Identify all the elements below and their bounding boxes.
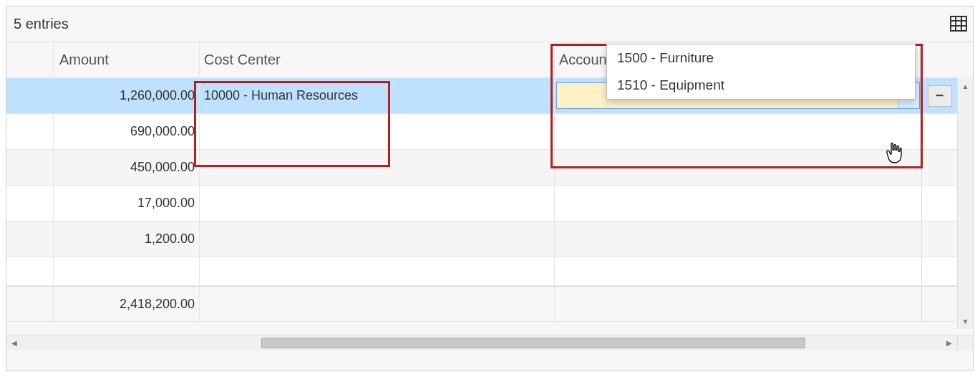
table-row[interactable]: 450,000.00 (6, 150, 957, 186)
footer-account (555, 287, 921, 321)
hscroll-thumb[interactable] (261, 338, 805, 348)
cell-account[interactable] (555, 150, 921, 185)
row-handle[interactable] (6, 150, 54, 185)
row-handle[interactable] (6, 114, 54, 149)
row-handle[interactable] (6, 221, 54, 257)
footer-action (921, 287, 957, 321)
cell-account[interactable] (555, 114, 921, 149)
scroll-up-arrow-icon[interactable]: ▲ (958, 78, 973, 94)
cell-account[interactable] (555, 221, 921, 257)
cell-cost-center (200, 257, 555, 285)
entries-count-label: 5 entries (14, 16, 69, 32)
cell-amount[interactable]: 1,260,000.00 (54, 78, 200, 113)
column-header-action (921, 42, 957, 77)
cell-cost-center[interactable] (200, 114, 555, 149)
cell-action (921, 186, 957, 221)
scroll-corner (957, 335, 973, 350)
horizontal-scrollbar[interactable]: ◀ ▶ (6, 335, 957, 350)
cell-action (921, 257, 957, 285)
row-handle (6, 287, 54, 321)
hscroll-track[interactable] (22, 335, 941, 350)
cell-cost-center[interactable] (200, 186, 555, 221)
cell-amount[interactable]: 690,000.00 (54, 114, 200, 149)
footer-total-amount: 2,418,200.00 (54, 287, 200, 321)
table-row[interactable]: 1,200.00 (6, 221, 957, 257)
dropdown-option-furniture[interactable]: 1500 - Furniture (607, 44, 915, 72)
cell-action (921, 221, 957, 257)
cell-account[interactable] (555, 186, 921, 221)
cell-action (921, 114, 957, 149)
cell-cost-center[interactable] (200, 221, 555, 257)
scroll-right-arrow-icon[interactable]: ▶ (941, 335, 957, 350)
table-settings-icon[interactable] (949, 14, 969, 34)
cell-amount (54, 257, 200, 285)
grid-top-bar: 5 entries (6, 6, 973, 42)
cell-amount[interactable]: 450,000.00 (54, 150, 200, 185)
grid-area: 1500 - Furniture 1510 - Equipment Amount… (6, 42, 973, 350)
cell-action (921, 150, 957, 185)
account-dropdown-list: 1500 - Furniture 1510 - Equipment (606, 44, 916, 100)
blank-row (6, 257, 957, 286)
grid-footer-row: 2,418,200.00 (6, 286, 957, 322)
scroll-down-arrow-icon[interactable]: ▼ (958, 313, 973, 329)
vertical-scrollbar[interactable]: ▲ ▼ (957, 78, 973, 329)
row-handle[interactable] (6, 78, 54, 113)
svg-rect-0 (951, 16, 966, 31)
table-row[interactable]: 17,000.00 (6, 186, 957, 221)
table-row[interactable]: 690,000.00 (6, 114, 957, 150)
row-handle (6, 257, 54, 285)
footer-cost-center (200, 287, 555, 321)
table-icon (950, 16, 967, 32)
cell-cost-center[interactable] (200, 150, 555, 185)
column-header-amount[interactable]: Amount (54, 42, 200, 77)
cell-action: − (921, 78, 957, 113)
row-header-spacer (6, 42, 54, 77)
row-handle[interactable] (6, 186, 54, 221)
scroll-left-arrow-icon[interactable]: ◀ (6, 335, 22, 350)
dropdown-option-equipment[interactable]: 1510 - Equipment (607, 72, 915, 99)
remove-row-button[interactable]: − (928, 85, 952, 107)
grid-panel: 5 entries 1500 - Furniture 1510 - Equipm… (6, 6, 974, 371)
column-header-cost-center[interactable]: Cost Center (200, 42, 555, 77)
cell-amount[interactable]: 1,200.00 (54, 221, 200, 257)
cell-cost-center[interactable]: 10000 - Human Resources (200, 78, 555, 113)
cell-account (555, 257, 921, 285)
cell-amount[interactable]: 17,000.00 (54, 186, 200, 221)
